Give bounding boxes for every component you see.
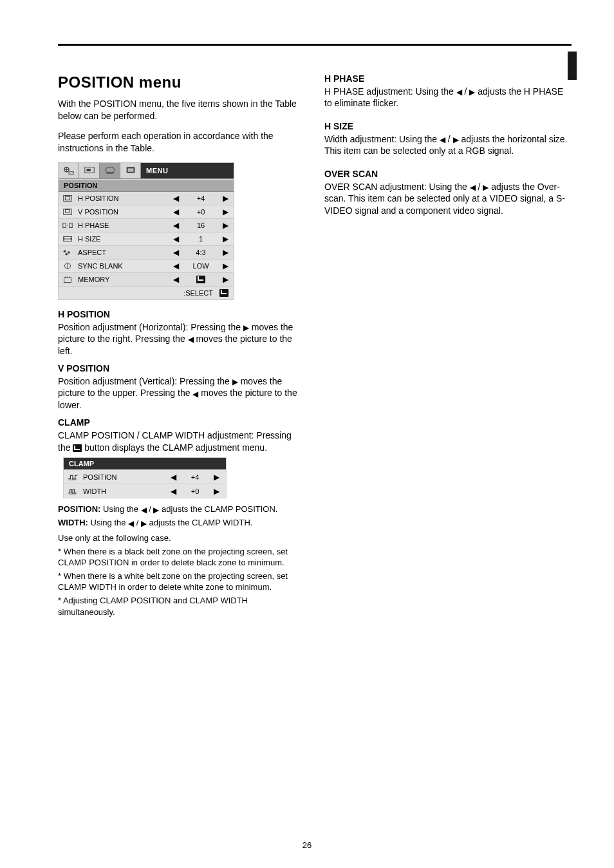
osd-tab-row: MENU — [59, 163, 234, 179]
osd-rows: H POSITION ◀+4▶ V POSITION ◀+0▶ H PHASE … — [59, 192, 234, 287]
osd-row-sync-blank[interactable]: SYNC BLANK ◀LOW▶ — [59, 259, 234, 273]
osd-menu-title: MENU — [141, 163, 234, 178]
aspect-icon — [59, 248, 77, 257]
svg-rect-10 — [65, 209, 70, 212]
osd-row-h-size[interactable]: H SIZE ◀1▶ — [59, 232, 234, 246]
svg-point-14 — [64, 250, 66, 252]
arrow-left-icon: ◀ — [470, 184, 476, 191]
arrow-left-icon: ◀ — [128, 520, 134, 527]
arrow-left-icon: ◀ — [440, 136, 445, 144]
osd-footer-select: :SELECT — [183, 289, 213, 297]
arrow-left-icon[interactable]: ◀ — [171, 487, 176, 495]
h-size-icon — [59, 234, 77, 243]
arrow-right-icon: ▶ — [153, 506, 159, 514]
intro-text-1: With the POSITION menu, the five items s… — [58, 98, 302, 122]
osd-row-label: MEMORY — [77, 276, 168, 283]
item-h-size: H SIZE Width adjustment: Using the ◀ / ▶… — [324, 121, 569, 157]
clamp-row-value: +4 — [191, 473, 200, 481]
osd-subtitle: POSITION — [59, 179, 234, 192]
item-head: H PHASE — [324, 73, 569, 84]
arrow-right-icon[interactable]: ▶ — [223, 235, 228, 243]
clamp-row-position[interactable]: CLAMP POSITION ◀+4▶ — [64, 469, 226, 484]
osd-tab-screen[interactable] — [120, 163, 141, 178]
arrow-right-icon[interactable]: ▶ — [223, 222, 228, 229]
h-position-icon — [59, 194, 77, 203]
arrow-left-icon[interactable]: ◀ — [173, 249, 179, 256]
svg-rect-3 — [86, 169, 90, 171]
clamp-note-position: POSITION: Using the ◀ / ▶ adjusts the CL… — [58, 504, 302, 514]
svg-point-16 — [65, 252, 68, 255]
clamp-row-value: +0 — [191, 487, 200, 495]
osd-row-label: ASPECT — [77, 249, 168, 256]
clamp-pos-icon: CLAMP — [64, 473, 83, 482]
osd-footer: :SELECT — [59, 287, 234, 299]
svg-rect-1 — [69, 171, 73, 174]
clamp-note-head: WIDTH: — [58, 518, 88, 527]
arrow-right-icon: ▶ — [453, 136, 459, 144]
osd-tab-position[interactable] — [79, 163, 100, 178]
arrow-right-icon[interactable]: ▶ — [214, 487, 219, 495]
item-h-phase: H PHASE H PHASE adjustment: Using the ◀ … — [324, 73, 569, 109]
arrow-left-icon[interactable]: ◀ — [171, 473, 176, 481]
svg-rect-6 — [127, 168, 133, 171]
clamp-row-width[interactable]: CLAMP WIDTH ◀+0▶ — [64, 484, 226, 498]
arrow-right-icon[interactable]: ▶ — [223, 208, 228, 216]
arrow-right-icon[interactable]: ▶ — [214, 473, 219, 481]
arrow-left-icon[interactable]: ◀ — [173, 194, 179, 202]
clamp-note-useonly: Use only at the following case. — [58, 533, 302, 543]
osd-tab-input[interactable] — [100, 163, 120, 178]
memory-icon — [59, 275, 77, 284]
svg-rect-9 — [64, 209, 72, 214]
osd-row-value: 1 — [188, 235, 214, 243]
item-body: Position adjustment (Vertical): Pressing… — [58, 375, 302, 411]
clamp-note-head: POSITION: — [58, 504, 100, 514]
intro-text-2: Please perform each operation in accorda… — [58, 130, 302, 155]
osd-row-aspect[interactable]: ASPECT ◀4:3▶ — [59, 246, 234, 259]
arrow-left-icon[interactable]: ◀ — [173, 262, 179, 270]
item-head: OVER SCAN — [324, 169, 569, 179]
sync-icon — [59, 261, 77, 270]
osd-row-memory[interactable]: MEMORY ◀▶ — [59, 273, 234, 287]
item-head: H SIZE — [324, 121, 569, 131]
arrow-right-icon[interactable]: ▶ — [223, 194, 228, 202]
arrow-left-icon: ◀ — [188, 335, 194, 343]
svg-rect-18 — [64, 278, 71, 282]
clamp-sub-title: CLAMP — [64, 458, 226, 469]
arrow-right-icon: ▶ — [243, 324, 249, 332]
item-v-position: V POSITION Position adjustment (Vertical… — [58, 363, 302, 411]
arrow-right-icon[interactable]: ▶ — [223, 276, 228, 283]
osd-row-h-position[interactable]: H POSITION ◀+4▶ — [59, 192, 234, 205]
svg-text:CLAMP: CLAMP — [69, 478, 77, 481]
arrow-left-icon[interactable]: ◀ — [173, 235, 179, 243]
clamp-sub-panel: CLAMP CLAMP POSITION ◀+4▶ CLAMP WIDTH ◀+… — [63, 457, 227, 498]
arrow-left-icon[interactable]: ◀ — [173, 276, 179, 283]
clamp-note-white: * When there is a white belt zone on the… — [58, 571, 302, 592]
right-column: H PHASE H PHASE adjustment: Using the ◀ … — [324, 73, 569, 624]
osd-row-h-phase[interactable]: H PHASE ◀16▶ — [59, 219, 234, 232]
item-head: H POSITION — [58, 309, 302, 319]
svg-rect-11 — [63, 223, 66, 227]
osd-row-value: +0 — [188, 208, 214, 216]
arrow-left-icon[interactable]: ◀ — [173, 208, 179, 216]
osd-row-value: LOW — [188, 262, 214, 270]
item-body: Width adjustment: Using the ◀ / ▶ adjust… — [324, 133, 569, 157]
svg-rect-8 — [65, 196, 70, 200]
item-body: H PHASE adjustment: Using the ◀ / ▶ adju… — [324, 86, 569, 109]
osd-row-label: H POSITION — [77, 194, 168, 202]
svg-point-4 — [105, 167, 114, 173]
arrow-right-icon[interactable]: ▶ — [223, 249, 228, 256]
osd-row-label: H SIZE — [77, 235, 168, 243]
arrow-left-icon: ◀ — [141, 506, 147, 514]
osd-tab-picture[interactable] — [59, 163, 79, 178]
osd-row-v-position[interactable]: V POSITION ◀+0▶ — [59, 205, 234, 219]
svg-point-15 — [68, 251, 70, 254]
arrow-left-icon[interactable]: ◀ — [173, 222, 179, 229]
arrow-left-icon: ◀ — [456, 88, 462, 96]
clamp-note-both: * Adjusting CLAMP POSITION and CLAMP WID… — [58, 595, 302, 617]
enter-icon — [219, 289, 228, 297]
osd-row-label: V POSITION — [77, 208, 168, 216]
osd-row-label: H PHASE — [77, 222, 168, 229]
arrow-right-icon: ▶ — [141, 520, 147, 527]
arrow-right-icon[interactable]: ▶ — [223, 262, 228, 270]
osd-row-value: +4 — [188, 194, 214, 202]
